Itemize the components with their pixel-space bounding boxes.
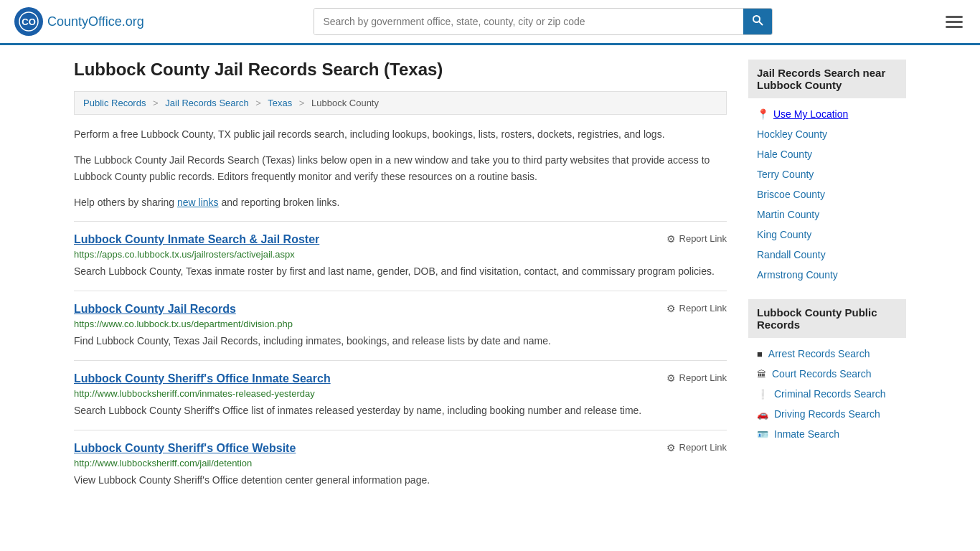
county-link[interactable]: Hale County (757, 149, 812, 160)
result-link[interactable]: Lubbock County Inmate Search & Jail Rost… (74, 233, 319, 245)
result-title: Lubbock County Sheriff's Office Inmate S… (74, 372, 331, 385)
description-1: Perform a free Lubbock County, TX public… (74, 126, 727, 142)
sidebar-nearby-section: Jail Records Search near Lubbock County … (748, 60, 906, 285)
report-link-0[interactable]: ⚙ Report Link (666, 233, 727, 245)
record-icon: ❕ (757, 389, 768, 400)
result-link[interactable]: Lubbock County Jail Records (74, 303, 236, 315)
record-link[interactable]: Court Records Search (772, 368, 872, 380)
result-link[interactable]: Lubbock County Sheriff's Office Website (74, 442, 296, 454)
nearby-counties: Hockley CountyHale CountyTerry CountyBri… (748, 124, 906, 285)
description-3: Help others by sharing new links and rep… (74, 194, 727, 210)
record-icon: 🚗 (757, 409, 768, 420)
pin-icon: 📍 (757, 108, 769, 120)
result-desc: Search Lubbock County Sheriff's Office l… (74, 403, 727, 418)
sidebar-county-item: Martin County (748, 204, 906, 225)
result-item: Lubbock County Sheriff's Office Inmate S… (74, 360, 727, 430)
main-content: Lubbock County Jail Records Search (Texa… (60, 60, 920, 499)
breadcrumb-texas[interactable]: Texas (268, 98, 292, 108)
result-header: Lubbock County Sheriff's Office Inmate S… (74, 372, 727, 385)
county-link[interactable]: Briscoe County (757, 189, 825, 200)
sidebar-use-location[interactable]: 📍 Use My Location (748, 104, 906, 124)
sidebar-county-item: Armstrong County (748, 265, 906, 285)
county-link[interactable]: Randall County (757, 249, 826, 260)
results-container: Lubbock County Inmate Search & Jail Rost… (74, 221, 727, 499)
result-desc: Search Lubbock County, Texas inmate rost… (74, 264, 727, 279)
breadcrumb-sep: > (255, 98, 261, 108)
result-url: http://www.lubbocksheriff.com/jail/deten… (74, 458, 727, 468)
record-link[interactable]: Inmate Search (774, 428, 839, 440)
logo-area: CO CountyOffice.org (14, 7, 144, 36)
sidebar-nearby-header: Jail Records Search near Lubbock County (748, 60, 906, 98)
use-my-location-link[interactable]: Use My Location (773, 108, 848, 120)
result-header: Lubbock County Inmate Search & Jail Rost… (74, 233, 727, 246)
report-icon: ⚙ (666, 233, 676, 245)
result-title: Lubbock County Jail Records (74, 303, 236, 316)
sidebar-county-item: Hale County (748, 144, 906, 164)
report-icon: ⚙ (666, 442, 676, 453)
result-item: Lubbock County Inmate Search & Jail Rost… (74, 221, 727, 291)
menu-icon (946, 21, 963, 23)
report-link-3[interactable]: ⚙ Report Link (666, 442, 727, 453)
record-icon: 🏛 (757, 369, 766, 380)
svg-point-2 (753, 16, 760, 22)
sidebar-public-records-section: Lubbock County Public Records ■ Arrest R… (748, 299, 906, 444)
search-input[interactable] (314, 9, 743, 34)
result-url: https://www.co.lubbock.tx.us/department/… (74, 319, 727, 329)
record-link[interactable]: Criminal Records Search (774, 388, 886, 400)
description-2: The Lubbock County Jail Records Search (… (74, 152, 727, 184)
county-link[interactable]: Martin County (757, 209, 819, 220)
sidebar-public-record-item: 🪪 Inmate Search (748, 424, 906, 444)
county-link[interactable]: Hockley County (757, 128, 827, 140)
report-link-1[interactable]: ⚙ Report Link (666, 303, 727, 314)
report-link-label: Report Link (679, 233, 727, 244)
result-link[interactable]: Lubbock County Sheriff's Office Inmate S… (74, 372, 331, 385)
county-link[interactable]: King County (757, 229, 811, 240)
report-link-label: Report Link (679, 372, 727, 383)
report-link-label: Report Link (679, 442, 727, 453)
menu-button[interactable] (943, 13, 966, 31)
record-icon: ■ (757, 349, 763, 359)
record-link[interactable]: Driving Records Search (774, 408, 880, 420)
breadcrumb-public-records[interactable]: Public Records (83, 98, 146, 108)
result-header: Lubbock County Jail Records ⚙ Report Lin… (74, 303, 727, 316)
result-desc: Find Lubbock County, Texas Jail Records,… (74, 334, 727, 349)
breadcrumb-sep: > (153, 98, 159, 108)
breadcrumb-current: Lubbock County (311, 98, 379, 108)
logo-text: CountyOffice.org (47, 14, 144, 29)
sidebar-county-item: Briscoe County (748, 184, 906, 204)
menu-icon (946, 26, 963, 28)
sidebar-public-record-item: 🚗 Driving Records Search (748, 404, 906, 424)
county-link[interactable]: Armstrong County (757, 269, 838, 281)
sidebar-county-item: King County (748, 225, 906, 245)
logo-org: .org (122, 14, 144, 29)
sidebar: Jail Records Search near Lubbock County … (748, 60, 906, 499)
search-button[interactable] (743, 9, 772, 34)
content-area: Lubbock County Jail Records Search (Texa… (74, 60, 727, 499)
report-icon: ⚙ (666, 372, 676, 384)
record-icon: 🪪 (757, 429, 768, 440)
sidebar-county-item: Terry County (748, 164, 906, 184)
svg-line-3 (759, 22, 763, 25)
result-desc: View Lubbock County Sheriff's Office det… (74, 473, 727, 488)
county-link[interactable]: Terry County (757, 169, 814, 180)
svg-text:CO: CO (22, 17, 36, 27)
result-title: Lubbock County Sheriff's Office Website (74, 442, 296, 455)
new-links-link[interactable]: new links (177, 197, 219, 208)
logo-icon: CO (14, 7, 43, 36)
breadcrumb: Public Records > Jail Records Search > T… (74, 91, 727, 115)
logo-name: CountyOffice (47, 14, 122, 29)
breadcrumb-sep: > (299, 98, 305, 108)
sidebar-public-records-header: Lubbock County Public Records (748, 299, 906, 338)
record-link[interactable]: Arrest Records Search (768, 348, 870, 359)
report-link-2[interactable]: ⚙ Report Link (666, 372, 727, 384)
result-title: Lubbock County Inmate Search & Jail Rost… (74, 233, 319, 246)
breadcrumb-jail-records[interactable]: Jail Records Search (165, 98, 248, 108)
public-records-list: ■ Arrest Records Search 🏛 Court Records … (748, 344, 906, 444)
search-wrapper (314, 8, 773, 35)
sidebar-public-record-item: 🏛 Court Records Search (748, 364, 906, 384)
result-item: Lubbock County Sheriff's Office Website … (74, 430, 727, 499)
result-item: Lubbock County Jail Records ⚙ Report Lin… (74, 291, 727, 360)
result-url: https://apps.co.lubbock.tx.us/jailroster… (74, 249, 727, 260)
result-header: Lubbock County Sheriff's Office Website … (74, 442, 727, 455)
page-title: Lubbock County Jail Records Search (Texa… (74, 60, 727, 80)
